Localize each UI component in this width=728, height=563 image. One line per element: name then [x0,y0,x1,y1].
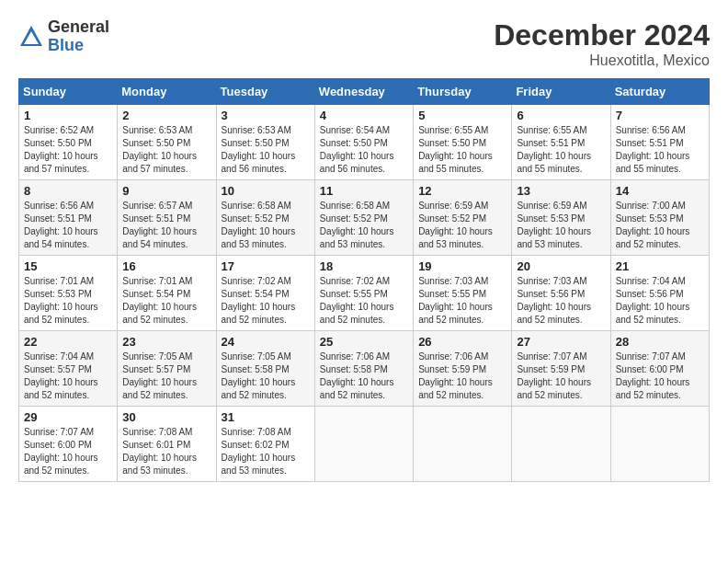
calendar-cell: 29Sunrise: 7:07 AM Sunset: 6:00 PM Dayli… [19,407,118,482]
calendar-cell: 21Sunrise: 7:04 AM Sunset: 5:56 PM Dayli… [610,256,709,331]
day-info: Sunrise: 7:04 AM Sunset: 5:56 PM Dayligh… [616,275,704,327]
page-header: General Blue December 2024 Huexotitla, M… [18,18,710,69]
day-info: Sunrise: 6:54 AM Sunset: 5:50 PM Dayligh… [320,124,408,176]
day-number: 11 [320,184,408,198]
calendar-cell: 27Sunrise: 7:07 AM Sunset: 5:59 PM Dayli… [512,331,610,407]
calendar-cell: 12Sunrise: 6:59 AM Sunset: 5:52 PM Dayli… [414,180,512,256]
day-info: Sunrise: 7:06 AM Sunset: 5:59 PM Dayligh… [418,350,506,402]
calendar-cell [414,407,512,482]
day-info: Sunrise: 6:58 AM Sunset: 5:52 PM Dayligh… [320,200,408,251]
day-number: 28 [616,335,704,349]
calendar-cell: 26Sunrise: 7:06 AM Sunset: 5:59 PM Dayli… [414,331,512,407]
calendar-header: SundayMondayTuesdayWednesdayThursdayFrid… [19,79,710,105]
calendar-cell: 14Sunrise: 7:00 AM Sunset: 5:53 PM Dayli… [610,180,709,256]
day-number: 7 [616,109,704,122]
day-info: Sunrise: 7:05 AM Sunset: 5:57 PM Dayligh… [122,350,210,402]
calendar-body: 1Sunrise: 6:52 AM Sunset: 5:50 PM Daylig… [19,105,710,482]
day-number: 1 [24,109,112,122]
day-info: Sunrise: 7:06 AM Sunset: 5:58 PM Dayligh… [320,350,408,402]
day-number: 18 [320,259,408,273]
day-info: Sunrise: 7:07 AM Sunset: 6:00 PM Dayligh… [616,350,704,402]
calendar-cell: 25Sunrise: 7:06 AM Sunset: 5:58 PM Dayli… [314,331,413,407]
calendar-cell: 15Sunrise: 7:01 AM Sunset: 5:53 PM Dayli… [19,256,118,331]
day-info: Sunrise: 7:08 AM Sunset: 6:02 PM Dayligh… [222,426,310,477]
calendar-cell: 8Sunrise: 6:56 AM Sunset: 5:51 PM Daylig… [19,180,118,256]
day-number: 20 [517,259,605,273]
title-block: December 2024 Huexotitla, Mexico [494,18,710,69]
logo: General Blue [18,18,109,55]
day-info: Sunrise: 7:07 AM Sunset: 5:59 PM Dayligh… [517,350,605,402]
calendar-cell: 18Sunrise: 7:02 AM Sunset: 5:55 PM Dayli… [314,256,413,331]
day-info: Sunrise: 7:02 AM Sunset: 5:54 PM Dayligh… [222,275,310,327]
calendar-week-2: 8Sunrise: 6:56 AM Sunset: 5:51 PM Daylig… [19,180,710,256]
calendar-cell: 13Sunrise: 6:59 AM Sunset: 5:53 PM Dayli… [512,180,610,256]
calendar-cell: 22Sunrise: 7:04 AM Sunset: 5:57 PM Dayli… [19,331,118,407]
logo-icon [18,24,44,50]
day-info: Sunrise: 6:59 AM Sunset: 5:52 PM Dayligh… [418,200,506,251]
day-number: 31 [222,410,310,424]
logo-general-label: General [48,18,109,37]
calendar-cell: 11Sunrise: 6:58 AM Sunset: 5:52 PM Dayli… [314,180,413,256]
calendar-cell [610,407,709,482]
calendar-header-saturday: Saturday [610,79,709,105]
day-info: Sunrise: 6:52 AM Sunset: 5:50 PM Dayligh… [24,124,112,176]
day-number: 24 [222,335,310,349]
day-info: Sunrise: 7:05 AM Sunset: 5:58 PM Dayligh… [222,350,310,402]
day-number: 27 [517,335,605,349]
day-number: 21 [616,259,704,273]
calendar-week-5: 29Sunrise: 7:07 AM Sunset: 6:00 PM Dayli… [19,407,710,482]
calendar-week-3: 15Sunrise: 7:01 AM Sunset: 5:53 PM Dayli… [19,256,710,331]
day-info: Sunrise: 6:57 AM Sunset: 5:51 PM Dayligh… [122,200,210,251]
day-info: Sunrise: 7:07 AM Sunset: 6:00 PM Dayligh… [24,426,112,477]
day-number: 22 [24,335,112,349]
calendar-cell: 16Sunrise: 7:01 AM Sunset: 5:54 PM Dayli… [118,256,216,331]
calendar-header-tuesday: Tuesday [216,79,314,105]
day-info: Sunrise: 7:03 AM Sunset: 5:55 PM Dayligh… [418,275,506,327]
calendar-cell: 4Sunrise: 6:54 AM Sunset: 5:50 PM Daylig… [314,105,413,180]
calendar-cell: 23Sunrise: 7:05 AM Sunset: 5:57 PM Dayli… [118,331,216,407]
day-info: Sunrise: 6:59 AM Sunset: 5:53 PM Dayligh… [517,200,605,251]
calendar-cell: 6Sunrise: 6:55 AM Sunset: 5:51 PM Daylig… [512,105,610,180]
day-info: Sunrise: 7:00 AM Sunset: 5:53 PM Dayligh… [616,200,704,251]
day-info: Sunrise: 7:03 AM Sunset: 5:56 PM Dayligh… [517,275,605,327]
header-row: SundayMondayTuesdayWednesdayThursdayFrid… [19,79,710,105]
calendar-cell: 3Sunrise: 6:53 AM Sunset: 5:50 PM Daylig… [216,105,314,180]
day-number: 25 [320,335,408,349]
day-info: Sunrise: 6:56 AM Sunset: 5:51 PM Dayligh… [24,200,112,251]
calendar-header-sunday: Sunday [19,79,118,105]
day-number: 19 [418,259,506,273]
day-number: 6 [517,109,605,122]
calendar-cell: 28Sunrise: 7:07 AM Sunset: 6:00 PM Dayli… [610,331,709,407]
day-info: Sunrise: 7:08 AM Sunset: 6:01 PM Dayligh… [122,426,210,477]
day-number: 17 [222,259,310,273]
day-number: 14 [616,184,704,198]
day-info: Sunrise: 6:55 AM Sunset: 5:51 PM Dayligh… [517,124,605,176]
logo-blue-label: Blue [48,37,109,55]
calendar-cell: 2Sunrise: 6:53 AM Sunset: 5:50 PM Daylig… [118,105,216,180]
month-title: December 2024 [494,18,710,52]
day-number: 29 [24,410,112,424]
day-number: 5 [418,109,506,122]
day-number: 30 [122,410,210,424]
calendar-cell [512,407,610,482]
day-number: 26 [418,335,506,349]
calendar-cell: 9Sunrise: 6:57 AM Sunset: 5:51 PM Daylig… [118,180,216,256]
day-info: Sunrise: 7:04 AM Sunset: 5:57 PM Dayligh… [24,350,112,402]
day-info: Sunrise: 6:56 AM Sunset: 5:51 PM Dayligh… [616,124,704,176]
day-number: 15 [24,259,112,273]
calendar-cell: 17Sunrise: 7:02 AM Sunset: 5:54 PM Dayli… [216,256,314,331]
day-number: 12 [418,184,506,198]
day-number: 16 [122,259,210,273]
day-number: 2 [122,109,210,122]
day-info: Sunrise: 6:53 AM Sunset: 5:50 PM Dayligh… [222,124,310,176]
calendar-cell: 5Sunrise: 6:55 AM Sunset: 5:50 PM Daylig… [414,105,512,180]
calendar-cell: 20Sunrise: 7:03 AM Sunset: 5:56 PM Dayli… [512,256,610,331]
calendar-header-wednesday: Wednesday [314,79,413,105]
calendar-cell: 24Sunrise: 7:05 AM Sunset: 5:58 PM Dayli… [216,331,314,407]
day-number: 9 [122,184,210,198]
calendar-header-thursday: Thursday [414,79,512,105]
calendar-header-monday: Monday [118,79,216,105]
day-number: 4 [320,109,408,122]
calendar-cell: 10Sunrise: 6:58 AM Sunset: 5:52 PM Dayli… [216,180,314,256]
day-info: Sunrise: 6:55 AM Sunset: 5:50 PM Dayligh… [418,124,506,176]
